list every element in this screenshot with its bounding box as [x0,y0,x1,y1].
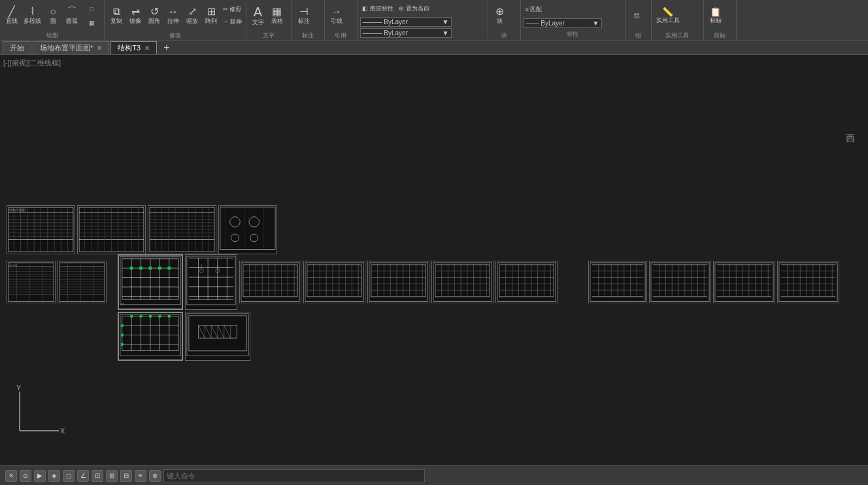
sheet-thumb-11[interactable] [367,261,429,303]
polyline-button[interactable]: ⌇ 多段线 [22,1,43,30]
status-icon-snap[interactable]: ⊙ [20,470,31,482]
array-button[interactable]: ⊞ 阵列 [202,1,220,30]
sheet-thumb-4[interactable] [218,205,277,254]
status-icon-polar[interactable]: ◈ [48,470,60,482]
tab-add-button[interactable]: + [158,41,175,54]
line-button[interactable]: ╱ 直线 [3,1,21,30]
tab-site[interactable]: 场地布置平面图* ✕ [33,41,109,54]
dim-button[interactable]: ⊣ 标注 [295,1,313,30]
sheet-thumb-3[interactable] [148,205,216,254]
status-icon-lineweight[interactable]: ≡ [135,470,146,482]
svg-rect-294 [158,315,161,318]
tab-site-close[interactable]: ✕ [97,44,102,52]
match-props-button[interactable]: ≡ 匹配 [524,3,544,17]
sheet-svg-6 [58,261,106,303]
rect-button[interactable]: □ [82,3,101,16]
sheet-thumb-18[interactable] [118,312,183,361]
svg-line-317 [224,326,231,339]
status-bar: ✕ ⊙ ▶ ◈ ◻ ∠ ⊡ ⊞ ⊟ ≡ ⊗ [0,465,868,485]
ribbon: ╱ 直线 ⌇ 多段线 ○ 圆 ⌒ 圆弧 □ ▦ 绘图 [0,0,868,41]
mirror-button[interactable]: ⇌ 镜像 [126,1,144,30]
status-icon-snap2[interactable]: ⊞ [106,470,118,482]
text-button[interactable]: A 文字 [249,1,267,30]
sheet-svg-11 [368,261,429,303]
rotate-button[interactable]: ↺ 圆角 [145,1,163,30]
annotation-buttons: ⊣ 标注 [295,1,322,30]
status-icon-dynamic[interactable]: ⊟ [120,470,132,482]
scale-button[interactable]: ⤢ 缩放 [183,1,201,30]
copy-button[interactable]: ⧉ 复制 [107,1,125,30]
group-button[interactable]: 组 [628,1,646,30]
arc-button[interactable]: ⌒ 圆弧 [63,1,81,30]
sheet-thumb-10[interactable] [303,261,365,303]
sheet-thumb-12[interactable] [431,261,493,303]
sheet-thumb-19[interactable] [185,312,250,361]
sheet-thumb-15[interactable] [649,261,711,303]
sheet-thumb-5[interactable]: 设计说明 [7,261,56,303]
polyline-label: 多段线 [24,17,41,25]
command-input[interactable] [163,469,425,482]
layer-panel-button[interactable]: ◧ 图层特性 [360,1,395,16]
tab-start[interactable]: 开始 [3,41,31,54]
arc-label: 圆弧 [66,17,78,25]
svg-point-62 [250,234,258,242]
stretch-icon: ↔ [168,7,178,17]
measure-label: 实用工具 [656,16,680,25]
stretch-button[interactable]: ↔ 拉伸 [164,1,182,30]
view-label: [-][俯视][二维线框] [3,58,61,68]
line-icon: ╱ [8,7,15,17]
trim-button[interactable]: ✂ 修剪 [221,4,243,16]
ref-button[interactable]: → 引线 [327,1,346,30]
layer-tools-icon: ⊕ [399,5,404,12]
measure-button[interactable]: 📏 实用工具 [654,1,682,30]
paste-button[interactable]: 📋 粘贴 [707,1,725,30]
svg-line-313 [199,326,205,339]
layer-tools-button[interactable]: ⊕ 置为当前 [397,1,431,16]
svg-rect-298 [121,343,124,346]
svg-line-316 [218,326,224,339]
sheet-svg-19 [186,312,250,358]
svg-rect-296 [121,324,124,327]
status-icon-grid[interactable]: ⊡ [92,470,103,482]
sheet-thumb-17[interactable] [777,261,839,303]
status-icon-play[interactable]: ▶ [34,470,46,482]
hatch-button[interactable]: ▦ [82,16,101,29]
sheet-thumb-16[interactable] [713,261,775,303]
circle-button[interactable]: ○ 圆 [44,1,62,30]
sheet-thumb-6[interactable] [58,261,107,303]
paste-label: 粘贴 [710,16,722,25]
status-icon-angle[interactable]: ∠ [77,470,89,482]
status-icon-ortho[interactable]: ◻ [63,470,75,482]
extend-button[interactable]: → 延伸 [221,16,243,28]
svg-text:Ea: Ea [121,303,125,305]
svg-rect-114 [140,267,142,269]
svg-rect-134 [241,263,299,302]
mirror-icon: ⇌ [131,7,140,17]
sheet-thumb-1[interactable]: 结构平面图 [7,205,75,254]
table-button[interactable]: ▦ 表格 [268,1,286,30]
sheet-svg-13 [496,261,557,303]
status-icon-transparency[interactable]: ⊗ [149,470,161,482]
status-icon-x[interactable]: ✕ [5,470,17,482]
sheet-thumb-8[interactable] [185,254,237,310]
linetype-dropdown[interactable]: ——— ByLayer ▼ [360,28,452,38]
sheet-svg-14 [589,261,646,303]
svg-rect-115 [149,267,152,269]
color-dropdown[interactable]: ——— ByLayer ▼ [360,17,452,27]
tab-struct[interactable]: 结构T3 ✕ [110,41,157,54]
insert-label: 块 [497,17,503,25]
tab-struct-close[interactable]: ✕ [144,44,150,52]
sheet-thumb-13[interactable] [495,261,558,303]
rotate-icon: ↺ [150,7,159,17]
lineweight-dropdown[interactable]: —— ByLayer ▼ [524,18,602,28]
sheet-thumb-14[interactable] [588,261,647,303]
layer-tools-label: 置为当前 [406,5,429,13]
text-label: 文字 [252,18,264,27]
insert-button[interactable]: ⊕ 块 [491,1,509,30]
sheet-thumb-2[interactable] [77,205,146,254]
arc-icon: ⌒ [67,7,77,17]
sheet-thumb-9[interactable] [239,261,301,303]
modify-buttons: ⧉ 复制 ⇌ 镜像 ↺ 圆角 ↔ 拉伸 ⤢ 缩放 ⊞ 阵列 [107,1,243,30]
sheet-thumb-7[interactable]: Ea [118,254,183,310]
svg-rect-291 [130,315,133,318]
